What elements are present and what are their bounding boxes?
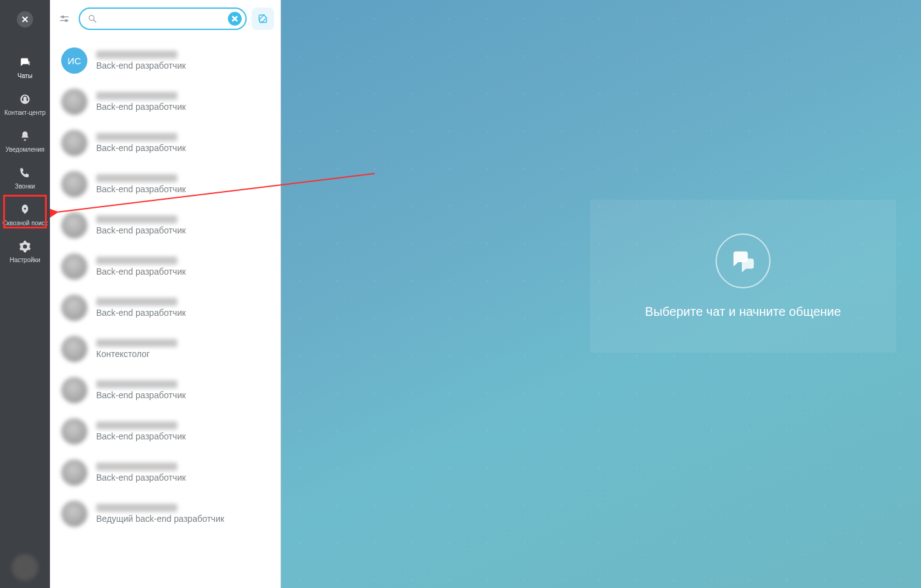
sidebar-item-settings[interactable]: Настройки <box>0 234 50 271</box>
headset-icon <box>19 93 31 105</box>
contact-item[interactable]: Back-end разработчик <box>50 164 280 205</box>
sidebar: Чаты Контакт-центр Уведомления Звонки Ск… <box>0 0 50 588</box>
sidebar-item-chats[interactable]: Чаты <box>0 50 50 87</box>
search-input[interactable] <box>97 14 228 24</box>
contact-role: Back-end разработчик <box>96 431 186 442</box>
contact-name-blurred <box>96 174 177 182</box>
contact-name-blurred <box>96 339 177 347</box>
contact-role: Back-end разработчик <box>96 473 186 483</box>
contact-role: Back-end разработчик <box>96 184 186 195</box>
contact-text: Back-end разработчик <box>96 421 186 442</box>
contact-text: Back-end разработчик <box>96 51 186 71</box>
chat-area: Выберите чат и начните общение <box>281 0 921 588</box>
avatar <box>61 336 87 362</box>
svg-point-7 <box>62 16 64 18</box>
sliders-icon <box>59 13 70 24</box>
contact-name-blurred <box>96 380 177 388</box>
contact-text: Back-end разработчик <box>96 215 186 236</box>
empty-state-card: Выберите чат и начните общение <box>590 200 896 353</box>
contact-role: Back-end разработчик <box>96 225 186 236</box>
contact-item[interactable]: Ведущий back-end разработчик <box>50 493 280 534</box>
contact-text: Контекстолог <box>96 339 177 360</box>
contact-role: Back-end разработчик <box>96 267 186 277</box>
contact-text: Back-end разработчик <box>96 92 186 112</box>
contact-item[interactable]: Back-end разработчик <box>50 246 280 287</box>
sidebar-item-label: Чаты <box>17 72 32 79</box>
avatar <box>61 253 87 280</box>
contact-name-blurred <box>96 421 177 429</box>
avatar <box>61 212 87 238</box>
contact-role: Контекстолог <box>96 349 177 360</box>
avatar <box>61 171 87 197</box>
sidebar-item-global-search[interactable]: Сквозной поиск <box>0 197 50 234</box>
svg-point-8 <box>66 20 67 22</box>
contact-role: Back-end разработчик <box>96 61 186 71</box>
sidebar-item-label: Звонки <box>15 183 35 190</box>
sidebar-item-contact-center[interactable]: Контакт-центр <box>0 87 50 124</box>
contact-name-blurred <box>96 257 177 265</box>
x-icon <box>232 16 238 22</box>
chat-icon <box>19 56 31 69</box>
contact-role: Back-end разработчик <box>96 308 186 318</box>
avatar <box>61 377 87 403</box>
sidebar-item-notifications[interactable]: Уведомления <box>0 124 50 160</box>
sidebar-item-label: Уведомления <box>6 146 45 153</box>
contact-name-blurred <box>96 298 177 306</box>
avatar <box>61 130 87 156</box>
pencil-square-icon <box>257 13 268 24</box>
svg-point-9 <box>89 16 94 21</box>
avatar: ИС <box>61 47 87 74</box>
contact-role: Back-end разработчик <box>96 143 186 154</box>
empty-state-text: Выберите чат и начните общение <box>645 305 841 319</box>
svg-rect-4 <box>27 98 29 100</box>
contact-item[interactable]: Back-end разработчик <box>50 81 280 122</box>
contact-text: Back-end разработчик <box>96 133 186 154</box>
avatar <box>61 418 87 444</box>
contact-item[interactable]: Back-end разработчик <box>50 370 280 411</box>
contact-item[interactable]: ИСBack-end разработчик <box>50 40 280 81</box>
current-user-avatar[interactable] <box>12 554 38 581</box>
contact-text: Back-end разработчик <box>96 298 186 318</box>
contact-name-blurred <box>96 215 177 223</box>
contact-text: Back-end разработчик <box>96 257 186 277</box>
contacts-list[interactable]: ИСBack-end разработчикBack-end разработч… <box>50 37 280 588</box>
search-box[interactable] <box>79 7 247 30</box>
contact-role: Ведущий back-end разработчик <box>96 514 224 524</box>
contact-text: Back-end разработчик <box>96 174 186 195</box>
close-button[interactable] <box>17 11 33 27</box>
contact-name-blurred <box>96 51 177 59</box>
search-icon <box>87 14 97 24</box>
search-clear-button[interactable] <box>228 12 242 26</box>
bell-icon <box>19 130 31 142</box>
contact-name-blurred <box>96 463 177 471</box>
search-bar <box>50 0 280 37</box>
phone-icon <box>19 167 31 179</box>
filter-button[interactable] <box>55 9 74 28</box>
svg-rect-3 <box>22 98 24 100</box>
compose-button[interactable] <box>252 7 274 30</box>
contact-item[interactable]: Back-end разработчик <box>50 205 280 246</box>
contact-item[interactable]: Back-end разработчик <box>50 452 280 493</box>
contact-item[interactable]: Контекстолог <box>50 328 280 370</box>
contact-role: Back-end разработчик <box>96 390 186 401</box>
sidebar-item-label: Настройки <box>9 257 40 263</box>
sidebar-item-calls[interactable]: Звонки <box>0 160 50 197</box>
sidebar-item-label: Сквозной поиск <box>2 220 47 227</box>
avatar <box>61 89 87 115</box>
contact-item[interactable]: Back-end разработчик <box>50 122 280 164</box>
contact-text: Back-end разработчик <box>96 380 186 401</box>
contact-panel: ИСBack-end разработчикBack-end разработч… <box>50 0 281 588</box>
rocket-icon <box>19 203 31 216</box>
gear-icon <box>19 240 31 253</box>
contact-text: Ведущий back-end разработчик <box>96 504 224 524</box>
contact-name-blurred <box>96 133 177 141</box>
avatar <box>61 459 87 486</box>
contact-item[interactable]: Back-end разработчик <box>50 287 280 328</box>
svg-line-10 <box>94 20 96 22</box>
contact-role: Back-end разработчик <box>96 102 186 112</box>
sidebar-item-label: Контакт-центр <box>4 109 46 116</box>
chat-bubbles-icon <box>729 247 757 275</box>
contact-item[interactable]: Back-end разработчик <box>50 411 280 452</box>
avatar <box>61 295 87 321</box>
avatar <box>61 501 87 527</box>
